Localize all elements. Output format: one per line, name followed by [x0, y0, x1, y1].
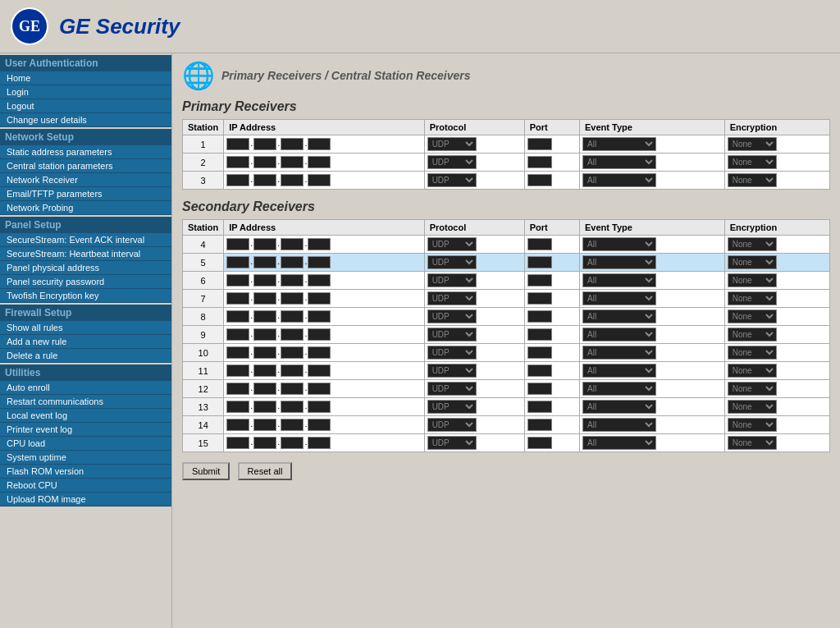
- sidebar-item-delete-rule[interactable]: Delete a rule: [0, 349, 171, 363]
- ip-octet-4[interactable]: [308, 238, 331, 250]
- protocol-select[interactable]: UDPTCP: [427, 273, 477, 287]
- event-type-select[interactable]: AllAlarmsStatus: [582, 418, 656, 432]
- protocol-select[interactable]: UDPTCP: [427, 418, 477, 432]
- protocol-select[interactable]: UDPTCP: [427, 173, 477, 187]
- ip-octet-4[interactable]: [308, 346, 331, 359]
- event-type-select[interactable]: AllAlarmsStatus: [582, 346, 656, 360]
- encryption-select[interactable]: NoneAESTwofish: [728, 273, 777, 287]
- ip-octet-2[interactable]: [253, 256, 276, 268]
- ip-octet-1[interactable]: [226, 238, 249, 250]
- port-input[interactable]: [527, 292, 552, 305]
- ip-octet-4[interactable]: [308, 274, 331, 286]
- event-type-select[interactable]: AllAlarmsStatus: [582, 173, 656, 187]
- sidebar-item-cpu-load[interactable]: CPU load: [0, 437, 171, 451]
- ip-octet-3[interactable]: [281, 346, 304, 359]
- sidebar-item-add-rule[interactable]: Add a new rule: [0, 335, 171, 349]
- ip-octet-2[interactable]: [253, 328, 276, 341]
- event-type-select[interactable]: AllAlarmsStatus: [582, 364, 656, 378]
- ip-octet-1[interactable]: [226, 138, 249, 150]
- ip-octet-4[interactable]: [308, 364, 331, 377]
- ip-octet-1[interactable]: [226, 156, 249, 168]
- port-input[interactable]: [527, 383, 552, 395]
- ip-octet-3[interactable]: [281, 138, 304, 150]
- port-input[interactable]: [527, 274, 552, 286]
- sidebar-item-central-station[interactable]: Central station parameters: [0, 159, 171, 173]
- ip-octet-3[interactable]: [281, 401, 304, 413]
- sidebar-item-home[interactable]: Home: [0, 71, 171, 85]
- sidebar-item-twofish-key[interactable]: Twofish Encryption key: [0, 289, 171, 303]
- ip-octet-3[interactable]: [281, 292, 304, 305]
- event-type-select[interactable]: AllAlarmsStatus: [582, 137, 656, 151]
- encryption-select[interactable]: NoneAESTwofish: [728, 382, 777, 396]
- ip-octet-1[interactable]: [226, 256, 249, 268]
- ip-octet-2[interactable]: [253, 174, 276, 186]
- ip-octet-2[interactable]: [253, 401, 276, 413]
- ip-octet-2[interactable]: [253, 238, 276, 250]
- event-type-select[interactable]: AllAlarmsStatus: [582, 255, 656, 269]
- ip-octet-3[interactable]: [281, 328, 304, 341]
- event-type-select[interactable]: AllAlarmsStatus: [582, 328, 656, 342]
- port-input[interactable]: [527, 256, 552, 268]
- protocol-select[interactable]: UDPTCP: [427, 382, 477, 396]
- sidebar-item-email-tftp[interactable]: Email/TFTP parameters: [0, 187, 171, 201]
- port-input[interactable]: [527, 328, 552, 341]
- ip-octet-1[interactable]: [226, 364, 249, 377]
- ip-octet-1[interactable]: [226, 292, 249, 305]
- protocol-select[interactable]: UDPTCP: [427, 436, 477, 450]
- sidebar-item-restart-comms[interactable]: Restart communications: [0, 395, 171, 409]
- ip-octet-1[interactable]: [226, 174, 249, 186]
- sidebar-item-show-all-rules[interactable]: Show all rules: [0, 321, 171, 335]
- encryption-select[interactable]: NoneAESTwofish: [728, 255, 777, 269]
- ip-octet-4[interactable]: [308, 292, 331, 305]
- ip-octet-2[interactable]: [253, 346, 276, 359]
- sidebar-item-heartbeat-interval[interactable]: SecureStream: Heartbeat interval: [0, 247, 171, 261]
- protocol-select[interactable]: UDPTCP: [427, 328, 477, 342]
- port-input[interactable]: [527, 238, 552, 250]
- protocol-select[interactable]: UDPTCP: [427, 364, 477, 378]
- port-input[interactable]: [527, 138, 552, 150]
- ip-octet-3[interactable]: [281, 310, 304, 323]
- sidebar-item-change-user-details[interactable]: Change user details: [0, 113, 171, 127]
- protocol-select[interactable]: UDPTCP: [427, 309, 477, 323]
- sidebar-item-network-receiver[interactable]: Network Receiver: [0, 173, 171, 187]
- reset-button[interactable]: Reset all: [238, 462, 293, 480]
- submit-button[interactable]: Submit: [182, 462, 230, 480]
- ip-octet-3[interactable]: [281, 156, 304, 168]
- sidebar-item-auto-enroll[interactable]: Auto enroll: [0, 381, 171, 395]
- protocol-select[interactable]: UDPTCP: [427, 291, 477, 305]
- ip-octet-2[interactable]: [253, 138, 276, 150]
- sidebar-item-ack-interval[interactable]: SecureStream: Event ACK interval: [0, 233, 171, 247]
- sidebar-item-printer-event-log[interactable]: Printer event log: [0, 423, 171, 437]
- encryption-select[interactable]: NoneAESTwofish: [728, 418, 777, 432]
- sidebar-item-flash-rom-version[interactable]: Flash ROM version: [0, 465, 171, 479]
- sidebar-item-panel-physical-address[interactable]: Panel physical address: [0, 261, 171, 275]
- event-type-select[interactable]: AllAlarmsStatus: [582, 400, 656, 414]
- ip-octet-3[interactable]: [281, 256, 304, 268]
- protocol-select[interactable]: UDPTCP: [427, 237, 477, 251]
- ip-octet-2[interactable]: [253, 383, 276, 395]
- sidebar-item-reboot-cpu[interactable]: Reboot CPU: [0, 479, 171, 493]
- encryption-select[interactable]: NoneAESTwofish: [728, 237, 777, 251]
- ip-octet-3[interactable]: [281, 364, 304, 377]
- ip-octet-4[interactable]: [308, 156, 331, 168]
- port-input[interactable]: [527, 310, 552, 323]
- port-input[interactable]: [527, 364, 552, 377]
- port-input[interactable]: [527, 437, 552, 449]
- event-type-select[interactable]: AllAlarmsStatus: [582, 436, 656, 450]
- ip-octet-4[interactable]: [308, 383, 331, 395]
- ip-octet-2[interactable]: [253, 156, 276, 168]
- ip-octet-2[interactable]: [253, 292, 276, 305]
- port-input[interactable]: [527, 156, 552, 168]
- encryption-select[interactable]: NoneAESTwofish: [728, 291, 777, 305]
- event-type-select[interactable]: AllAlarmsStatus: [582, 291, 656, 305]
- protocol-select[interactable]: UDPTCP: [427, 255, 477, 269]
- port-input[interactable]: [527, 174, 552, 186]
- ip-octet-4[interactable]: [308, 138, 331, 150]
- encryption-select[interactable]: NoneAESTwofish: [728, 364, 777, 378]
- encryption-select[interactable]: NoneAESTwofish: [728, 328, 777, 342]
- ip-octet-4[interactable]: [308, 328, 331, 341]
- ip-octet-4[interactable]: [308, 437, 331, 449]
- sidebar-item-network-probing[interactable]: Network Probing: [0, 201, 171, 215]
- encryption-select[interactable]: NoneAESTwofish: [728, 346, 777, 360]
- ip-octet-3[interactable]: [281, 274, 304, 286]
